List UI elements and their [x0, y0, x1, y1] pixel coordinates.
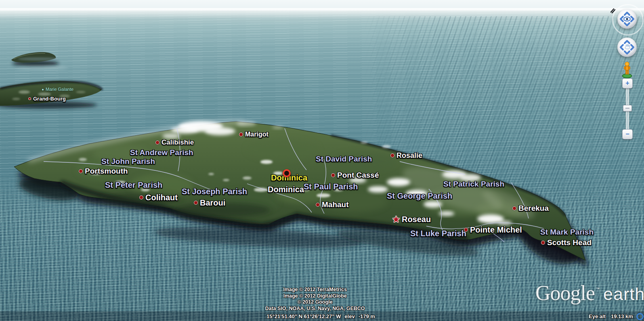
attribution-line: Data SIO, NOAA, U.S. Navy, NGA, GEBCO	[194, 306, 436, 312]
map-label-st-mark-parish[interactable]: St Mark Parish	[540, 228, 594, 236]
coordinates-value: 15°21'51.40" N 61°26'12.27" W	[266, 313, 341, 319]
logo-earth-text: earth	[603, 284, 644, 304]
map-label-mahaut[interactable]: Mahaut	[316, 201, 349, 208]
zoom-out-button[interactable]: −	[622, 129, 633, 139]
label-text: Berekua	[518, 204, 549, 212]
map-label-st-paul-parish[interactable]: St Paul Parish	[304, 183, 358, 191]
country-marker-icon[interactable]	[283, 169, 291, 177]
label-text: Scotts Head	[547, 239, 592, 246]
label-text: Baroui	[200, 199, 225, 207]
eye-alt-value: 19.13 km	[611, 313, 633, 319]
map-label-st-peter-parish[interactable]: St Peter Parish	[105, 181, 162, 189]
map-label-st-george-parish[interactable]: St George Parish	[387, 192, 452, 200]
label-text: Dominica	[268, 185, 304, 193]
label-text: Colihaut	[145, 193, 178, 201]
pegman-icon[interactable]	[622, 61, 632, 80]
map-label-pont-casse[interactable]: Pont Cassé	[331, 171, 379, 179]
label-text: Marie Galante	[46, 87, 73, 92]
eye-altitude-readout: Eye alt 19.13 km	[589, 313, 633, 319]
move-up-arrow-icon	[625, 41, 629, 43]
attribution-line: © 2012 Google	[194, 299, 436, 306]
eye-icon	[624, 17, 630, 21]
label-text: Grand-Bourg	[33, 96, 66, 101]
marie-galante-island[interactable]	[0, 81, 102, 109]
eye-alt-label: Eye alt	[589, 313, 606, 319]
move-joystick[interactable]	[617, 38, 637, 57]
map-label-grand-bourg[interactable]: Grand-Bourg	[28, 96, 66, 101]
look-left-arrow-icon	[621, 17, 623, 21]
small-island[interactable]	[11, 52, 67, 70]
map-label-portsmouth[interactable]: Portsmouth	[79, 167, 128, 175]
elevation-label: elev	[344, 313, 355, 319]
town-dot-icon	[541, 241, 545, 245]
label-text: Mahaut	[322, 201, 349, 208]
map-label-roseau[interactable]: ★ Roseau	[392, 215, 431, 223]
town-dot-icon	[316, 203, 320, 207]
label-text: St Joseph Parish	[182, 187, 247, 195]
logo-google-text: Google	[535, 281, 595, 305]
town-dot-icon	[464, 228, 468, 232]
map-label-calibishie[interactable]: Calibishie	[155, 139, 194, 146]
label-text: St Peter Parish	[105, 181, 162, 189]
map-label-berekua[interactable]: Berekua	[512, 204, 549, 212]
label-text: Roseau	[402, 215, 431, 223]
coordinates-readout: 15°21'51.40" N 61°26'12.27" W elev -179 …	[266, 313, 375, 319]
move-down-arrow-icon	[625, 51, 629, 54]
attribution-line: Image © 2012 DigitalGlobe	[194, 293, 436, 300]
google-earth-viewport[interactable]: Marie Galante Grand-Bourg Marigot Calibi…	[0, 0, 644, 321]
map-label-marigot[interactable]: Marigot	[239, 131, 269, 138]
look-right-arrow-icon	[631, 17, 634, 21]
elevation-value: -179 m	[359, 313, 375, 319]
island-dot-icon	[42, 89, 44, 90]
look-joystick[interactable]	[617, 9, 637, 29]
label-text: Rosalie	[396, 152, 422, 159]
label-text: St Andrew Parish	[130, 149, 193, 156]
town-dot-icon	[79, 169, 83, 173]
label-text: Marigot	[245, 131, 269, 138]
label-text: St Luke Parish	[410, 229, 466, 237]
map-label-st-joseph-parish[interactable]: St Joseph Parish	[182, 187, 247, 195]
look-down-arrow-icon	[625, 23, 629, 25]
town-dot-icon	[155, 141, 159, 145]
move-left-arrow-icon	[621, 45, 623, 50]
map-label-marie-galante[interactable]: Marie Galante	[42, 87, 73, 92]
map-label-baroui[interactable]: Baroui	[194, 199, 225, 207]
attribution: Image © 2012 TerraMetrics Image © 2012 D…	[194, 287, 436, 312]
label-text: Calibishie	[162, 139, 194, 146]
label-text: Pont Cassé	[337, 171, 379, 179]
map-label-st-john-parish[interactable]: St John Parish	[101, 157, 155, 165]
map-label-st-patrick-parish[interactable]: St Patrick Parish	[443, 180, 504, 188]
town-dot-icon	[139, 195, 143, 199]
dominica-island[interactable]	[14, 121, 591, 275]
label-text: St George Parish	[387, 192, 452, 200]
label-text: St Patrick Parish	[443, 180, 504, 188]
town-dot-icon	[239, 132, 243, 136]
town-dot-icon	[512, 206, 516, 210]
map-label-dominica-region[interactable]: Dominica	[268, 185, 304, 193]
zoom-slider[interactable]: + −	[620, 78, 634, 140]
map-label-pointe-michel[interactable]: Pointe Michel	[464, 226, 522, 234]
label-text: Portsmouth	[85, 167, 128, 175]
map-label-colihaut[interactable]: Colihaut	[139, 193, 178, 201]
zoom-in-button[interactable]: +	[622, 78, 633, 88]
map-label-st-luke-parish[interactable]: St Luke Parish	[410, 229, 466, 237]
town-dot-icon	[331, 173, 335, 177]
label-text: St David Parish	[316, 155, 372, 163]
move-right-arrow-icon	[631, 45, 634, 50]
logo-tm: ™	[596, 287, 600, 291]
label-text: St Mark Parish	[540, 228, 594, 236]
map-label-scotts-head[interactable]: Scotts Head	[541, 239, 592, 246]
label-text: St John Parish	[101, 157, 155, 165]
map-label-st-david-parish[interactable]: St David Parish	[316, 155, 372, 163]
map-label-rosalie[interactable]: Rosalie	[390, 152, 422, 159]
town-dot-icon	[28, 97, 31, 100]
look-up-arrow-icon	[625, 13, 629, 15]
capital-star-icon: ★	[392, 216, 400, 222]
town-dot-icon	[194, 201, 198, 205]
town-dot-icon	[390, 153, 394, 157]
map-label-st-andrew-parish[interactable]: St Andrew Parish	[130, 149, 193, 156]
small-black-glyph	[610, 8, 616, 13]
label-text: St Paul Parish	[304, 183, 358, 191]
streaming-progress-icon	[636, 313, 644, 320]
zoom-slider-handle[interactable]	[623, 105, 632, 111]
